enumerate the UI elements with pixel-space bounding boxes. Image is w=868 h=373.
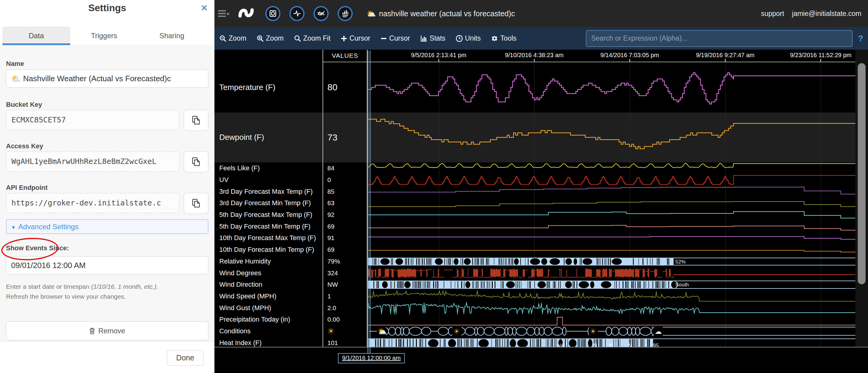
clock-icon xyxy=(456,35,463,42)
triangle-down-icon: ▼ xyxy=(11,225,16,230)
bucket-title: ⛅nashville weather (actual vs forecasted… xyxy=(367,9,515,18)
time-tick-mark xyxy=(438,59,439,62)
add-cursor-button[interactable]: Cursor xyxy=(341,34,370,42)
menu-icon[interactable]: ▸ xyxy=(218,10,230,17)
chart-header: VALUES 9/5/2016 2:13:41 pm9/10/2016 4:38… xyxy=(214,49,868,62)
time-tick-label: 9/5/2016 2:13:41 pm xyxy=(411,52,466,59)
settings-header: Settings ✕ xyxy=(0,0,214,18)
search-input[interactable] xyxy=(586,30,852,47)
gear-icon xyxy=(491,35,498,42)
zoom-fit-button[interactable]: Zoom Fit xyxy=(294,34,331,42)
waves-view-icon[interactable] xyxy=(289,6,305,21)
bucket-name-input[interactable] xyxy=(6,69,209,88)
signal-name: 5th Day Forecast Min Temp (F) xyxy=(214,221,323,232)
scrollbar-track[interactable] xyxy=(855,49,868,347)
signal-value: 80 xyxy=(323,62,367,112)
time-tick-label: 9/10/2016 4:38:23 am xyxy=(505,52,563,59)
advanced-settings-toggle[interactable]: ▼Advanced Settings xyxy=(6,219,209,234)
chart-toolbar: Zoom Zoom Zoom Fit Cursor Cursor Stats U… xyxy=(214,27,868,49)
zoom-in-button[interactable]: Zoom xyxy=(257,34,284,42)
remove-label: Remove xyxy=(98,327,125,335)
settings-panel: Settings ✕ Data Triggers Sharing Name Bu… xyxy=(0,0,214,373)
remove-button[interactable]: Remove xyxy=(6,321,209,340)
signal-value: NW xyxy=(323,279,367,291)
time-tick-mark xyxy=(534,59,535,62)
time-tick-mark xyxy=(820,59,821,62)
done-button[interactable]: Done xyxy=(167,350,204,366)
signal-value: 101 xyxy=(323,337,367,347)
signal-name: 3rd Day Forecast Min Temp (F) xyxy=(214,197,323,209)
time-axis[interactable]: 9/5/2016 2:13:41 pm9/10/2016 4:38:23 am9… xyxy=(367,49,868,62)
api-endpoint-value: https://groker-dev.initialstate.c xyxy=(6,193,180,213)
signal-name: Wind Degrees xyxy=(214,267,323,279)
close-icon[interactable]: ✕ xyxy=(201,3,208,13)
tab-sharing[interactable]: Sharing xyxy=(138,27,206,45)
signal-value: 91 xyxy=(323,232,367,244)
copy-api-endpoint-button[interactable] xyxy=(184,193,209,214)
api-endpoint-label: API Endpoint xyxy=(6,184,209,192)
scrollbar-thumb[interactable] xyxy=(858,63,866,284)
support-link[interactable]: support xyxy=(761,10,784,18)
signal-name: 3rd Day Forecast Max Temp (F) xyxy=(214,185,323,197)
help-text: Enter a start date or timespan (1/10/16,… xyxy=(6,281,209,301)
help-question-icon[interactable]: ? xyxy=(858,34,863,43)
name-label: Name xyxy=(6,60,209,68)
weather-emoji-icon: ⛅ xyxy=(367,9,376,18)
signal-value: 79% xyxy=(323,256,367,267)
access-key-label: Access Key xyxy=(6,142,209,150)
plus-icon xyxy=(341,35,347,42)
bucket-key-label: Bucket Key xyxy=(6,101,209,109)
waveform-plot[interactable] xyxy=(368,49,855,347)
values-column-header: VALUES xyxy=(323,49,367,62)
signal-name: Conditions xyxy=(214,326,323,337)
signal-value: 63 xyxy=(323,197,367,209)
signal-name: 5th Day Forecast Max Temp (F) xyxy=(214,209,323,221)
settings-footer: Done xyxy=(0,341,214,373)
zoom-out-icon xyxy=(219,35,226,42)
tab-triggers[interactable]: Triggers xyxy=(70,27,138,45)
remove-cursor-button[interactable]: Cursor xyxy=(380,34,410,42)
stats-view-icon[interactable] xyxy=(338,6,353,21)
minus-icon xyxy=(380,35,387,42)
signal-value: 84 xyxy=(323,163,367,174)
signal-name: Wind Gust (MPH) xyxy=(214,302,323,314)
copy-bucket-key-button[interactable] xyxy=(184,110,209,131)
tiles-view-icon[interactable] xyxy=(265,6,280,21)
signal-name: Wind Speed (MPH) xyxy=(214,291,323,302)
copy-access-key-button[interactable] xyxy=(184,151,209,172)
main-app: ▸ ⛅nashville weather (actual vs forecast… xyxy=(214,0,868,373)
signal-name: Preceipitation Today (in) xyxy=(214,314,323,326)
zoom-out-button[interactable]: Zoom xyxy=(219,34,246,42)
time-tick-label: 9/14/2016 7:03:05 pm xyxy=(600,52,659,59)
lines-view-icon[interactable] xyxy=(313,6,329,21)
time-tick-mark xyxy=(725,59,725,62)
trash-icon xyxy=(89,327,95,335)
time-tick-mark xyxy=(629,59,630,62)
user-email[interactable]: jamie@initialstate.com xyxy=(792,10,861,18)
stats-button[interactable]: Stats xyxy=(420,34,445,42)
signal-value: 0 xyxy=(323,174,367,186)
signal-value: 69 xyxy=(323,221,367,232)
signal-name: Temperature (F) xyxy=(214,62,323,112)
units-button[interactable]: Units xyxy=(456,34,481,42)
tools-button[interactable]: Tools xyxy=(491,34,517,42)
time-tick-label: 9/19/2016 9:27:47 am xyxy=(696,52,755,59)
signal-name: 10th Day Forecast Min Temp (F) xyxy=(214,244,323,256)
signal-name: UV xyxy=(214,174,323,186)
copy-icon xyxy=(192,116,200,125)
bar-chart-icon xyxy=(420,35,427,42)
show-events-since-input[interactable] xyxy=(6,256,209,274)
signal-value: 92 xyxy=(323,209,367,221)
cursor-time-label[interactable]: 9/1/2016 12:00:00 am xyxy=(338,353,405,363)
initialstate-logo-icon[interactable] xyxy=(238,6,256,21)
signal-value: 0.00 xyxy=(323,314,367,326)
show-events-since-label: Show Events Since: xyxy=(6,244,69,252)
tab-data[interactable]: Data xyxy=(2,27,70,45)
names-column-header xyxy=(214,49,323,62)
signal-name: 10th Day Forecast Max Temp (F) xyxy=(214,232,323,244)
settings-title: Settings xyxy=(0,2,214,13)
signal-name: Feels Like (F) xyxy=(214,163,323,174)
time-cursor[interactable] xyxy=(367,50,371,353)
time-tick-label: 9/23/2016 11:52:29 pm xyxy=(790,52,851,59)
zoom-fit-icon xyxy=(294,35,301,42)
